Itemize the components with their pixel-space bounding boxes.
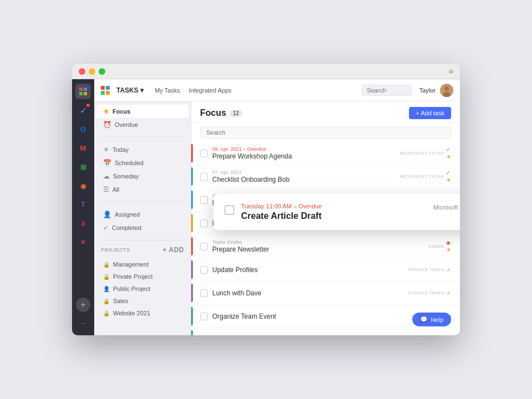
svg-rect-0	[79, 88, 83, 91]
header-search-input[interactable]	[362, 85, 412, 96]
accent-bar	[191, 167, 193, 186]
checkmark-icon: ✓	[103, 224, 109, 232]
asana-icon: ◉	[446, 240, 451, 245]
close-button[interactable]	[79, 68, 85, 75]
rail-teams-icon[interactable]: T	[75, 197, 91, 212]
google-tasks-icon: ✓	[447, 290, 451, 296]
task-checkbox[interactable]	[200, 196, 208, 204]
user-name-label: Taylor	[420, 87, 436, 94]
sidebar-item-scheduled[interactable]: 📅 Scheduled	[96, 156, 188, 170]
sidebar-plan-section: ☀ Today 📅 Scheduled ☁ Someday ☰	[94, 140, 191, 200]
accent-bar	[191, 237, 193, 255]
rail-circle-icon[interactable]: ◉	[75, 178, 91, 193]
lock-icon: 🔒	[103, 262, 110, 268]
accent-bar	[191, 191, 193, 209]
star-icon[interactable]: ★	[446, 177, 451, 183]
task-right: GOOGLE TASKS ✓	[408, 267, 451, 273]
rail-add-button[interactable]: +	[76, 298, 90, 312]
add-project-button[interactable]: + Add	[163, 246, 184, 254]
sidebar-divider-3	[101, 240, 184, 241]
table-row[interactable]: Re-Schedule Yoga BASAAK TASKS ≡	[191, 328, 460, 335]
user-avatar	[440, 84, 453, 97]
add-task-button[interactable]: + Add task	[409, 107, 451, 119]
task-icons: ✓ ★	[446, 147, 451, 160]
task-source: MICROSOFT TO DO	[400, 151, 444, 156]
task-source: ASANA	[428, 244, 444, 249]
sidebar-project-private[interactable]: 🔒 Private Project	[96, 270, 188, 283]
task-info: Taylor Griebe Prepare Newsletter	[212, 239, 428, 253]
task-info: Lunch with Dave	[212, 289, 408, 297]
rail-check-icon[interactable]: ✓	[75, 103, 91, 118]
sidebar-project-website[interactable]: 🔒 Website 2021	[96, 307, 188, 319]
sidebar-project-public[interactable]: 👤 Public Project	[96, 283, 188, 295]
accent-bar	[191, 307, 193, 325]
titlebar: ≡	[72, 64, 460, 79]
task-name: Organize Team Event	[212, 313, 411, 320]
tooltip-source-name: Microsoft To Do	[433, 204, 460, 211]
task-checkbox[interactable]	[200, 266, 208, 274]
maximize-button[interactable]	[99, 68, 105, 75]
rail-slack-icon[interactable]: #	[75, 216, 91, 231]
icon-rail: ✓ O M ▦ ◉ T # ✕ + ···	[72, 79, 94, 335]
task-checkbox[interactable]	[200, 313, 208, 320]
sidebar-item-focus[interactable]: ★ Focus	[96, 105, 188, 118]
star-icon[interactable]: ★	[446, 154, 451, 160]
calendar-icon: 📅	[103, 159, 111, 167]
sidebar-item-assigned[interactable]: 👤 Assigned	[96, 208, 188, 221]
accent-bar	[191, 330, 193, 335]
nav-integrated-apps[interactable]: Integrated Apps	[187, 87, 234, 94]
table-row[interactable]: 07. Apr. 2021 Checklist Onboarding Bob M…	[191, 165, 460, 188]
sidebar-item-all[interactable]: ☰ All	[96, 183, 188, 196]
accent-bar	[191, 214, 193, 232]
task-checkbox[interactable]	[200, 243, 208, 250]
sidebar-item-someday[interactable]: ☁ Someday	[96, 170, 188, 183]
task-info: 06. Apr. 2021 – Overdue Prepare Workshop…	[212, 146, 400, 160]
sidebar-item-completed[interactable]: ✓ Completed	[96, 221, 188, 234]
help-button[interactable]: 💬 Help	[412, 313, 451, 326]
minimize-button[interactable]	[89, 68, 95, 75]
rail-grid-icon[interactable]	[75, 84, 91, 99]
table-row[interactable]: Taylor Griebe Prepare Newsletter ASANA ◉…	[191, 235, 460, 258]
svg-point-5	[444, 86, 449, 91]
rail-gmail-icon[interactable]: M	[75, 140, 91, 156]
sidebar-project-sales[interactable]: 🔒 Sales	[96, 295, 188, 307]
table-row[interactable]: 06. Apr. 2021 – Overdue Prepare Workshop…	[191, 142, 460, 165]
sidebar-project-management[interactable]: 🔒 Management	[96, 258, 188, 270]
sidebar-item-today[interactable]: ☀ Today	[96, 143, 188, 156]
task-list: 06. Apr. 2021 – Overdue Prepare Workshop…	[191, 142, 460, 335]
sun-icon: ☀	[103, 146, 109, 154]
app-logo	[101, 86, 110, 95]
titlebar-menu-icon[interactable]: ≡	[449, 67, 453, 76]
rail-calendar-icon[interactable]: ▦	[75, 159, 91, 175]
check-circle-icon: ✓	[446, 147, 451, 152]
app-header: TASKS ▾ My Tasks Integrated Apps Taylor	[94, 79, 460, 101]
chat-icon: 💬	[420, 316, 428, 323]
table-row[interactable]: Lunch with Dave GOOGLE TASKS ✓	[191, 282, 460, 305]
task-name: Checklist Onboarding Bob	[212, 176, 400, 183]
rail-dots-icon[interactable]: ···	[75, 315, 91, 331]
sidebar-item-overdue[interactable]: ⏰ Overdue	[96, 118, 188, 131]
task-source: GOOGLE TASKS	[408, 267, 444, 272]
rail-cross-icon[interactable]: ✕	[75, 234, 91, 250]
task-search-input[interactable]	[200, 126, 451, 139]
task-checkbox[interactable]	[200, 219, 208, 227]
page-title: Focus	[200, 108, 226, 118]
tooltip-checkbox[interactable]	[224, 205, 234, 215]
task-name: Prepare Newsletter	[212, 245, 428, 253]
list-icon: ☰	[103, 186, 109, 193]
task-checkbox[interactable]	[200, 173, 208, 181]
app-window: ≡ ✓ O M ▦ ◉ T # ✕ + ···	[72, 64, 460, 335]
star-icon[interactable]: ★	[446, 247, 451, 253]
task-info: Update Profiles	[212, 266, 408, 274]
nav-my-tasks[interactable]: My Tasks	[152, 87, 182, 94]
task-right: MICROSOFT TO DO ✓ ★	[400, 170, 451, 183]
rail-bottom: + ···	[75, 298, 91, 331]
task-right: MICROSOFT TO DO ✓ ★	[400, 147, 451, 160]
task-checkbox[interactable]	[200, 289, 208, 297]
tooltip-content: Tuesday 11:00 AM – Overdue Create Articl…	[241, 203, 427, 221]
table-row[interactable]: Update Profiles GOOGLE TASKS ✓	[191, 258, 460, 282]
app-name-label[interactable]: TASKS ▾	[116, 86, 144, 94]
rail-outlook-icon[interactable]: O	[75, 121, 91, 137]
task-checkbox[interactable]	[200, 150, 208, 157]
task-icons: ✓	[447, 290, 451, 296]
